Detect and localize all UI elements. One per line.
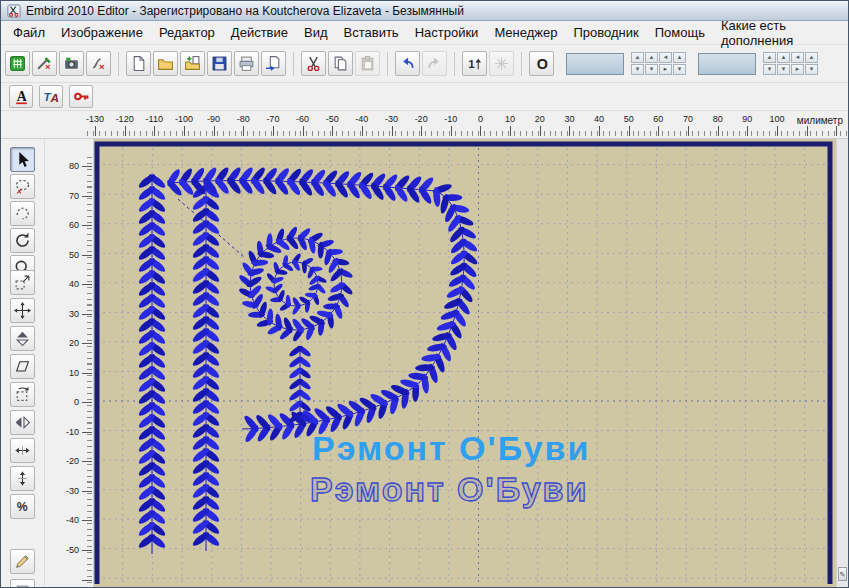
h-ruler-label: -90 xyxy=(201,114,227,124)
image-tools-button[interactable]: × xyxy=(32,51,57,76)
stitch-box-1-controls-spinner[interactable]: ▲ xyxy=(631,52,644,63)
skew-icon xyxy=(14,358,31,375)
tool-skew[interactable] xyxy=(10,354,35,379)
stitch-box-1-controls: ▲▲◄▲▼▼►▼ xyxy=(631,52,686,75)
tool-rotate-frame[interactable] xyxy=(10,382,35,407)
new-file-button[interactable] xyxy=(126,51,151,76)
open-file-button[interactable] xyxy=(153,51,178,76)
right-scroll-strip[interactable]: ✎ xyxy=(836,139,848,587)
lock-tool-button[interactable] xyxy=(69,85,93,108)
tool-lasso-cut[interactable] xyxy=(10,174,35,199)
stitch-box-2-controls-spinner[interactable]: ▲ xyxy=(763,52,776,63)
undo-icon xyxy=(399,55,416,72)
image-tools-icon: × xyxy=(36,55,53,72)
redo-button[interactable] xyxy=(422,51,447,76)
copy-icon xyxy=(332,55,349,72)
v-ruler-label: 50 xyxy=(49,250,79,260)
tool-move[interactable] xyxy=(10,298,35,323)
svg-text:A: A xyxy=(16,89,26,104)
tool-scale[interactable] xyxy=(10,270,35,295)
sparkle-icon xyxy=(493,55,510,72)
stitch-box-2[interactable] xyxy=(698,53,756,75)
tool-flip-horizontal[interactable] xyxy=(10,410,35,435)
monogram-tool-button[interactable]: TA xyxy=(39,85,63,108)
window-title: Embird 2010 Editor - Зарегистрировано на… xyxy=(26,4,464,18)
svg-text:×: × xyxy=(45,61,51,72)
scroll-corner-button[interactable]: ✎ xyxy=(838,567,847,581)
menu-item-3[interactable]: Редактор xyxy=(151,22,223,43)
tool-percent[interactable]: % xyxy=(10,494,35,519)
stitch-box-2-controls-spinner[interactable]: ▼ xyxy=(777,64,790,75)
tool-rotate[interactable] xyxy=(10,228,35,253)
menu-item-10[interactable]: Помощь xyxy=(647,22,713,43)
v-ruler-label: -10 xyxy=(49,427,79,437)
v-ruler-label: 60 xyxy=(49,220,79,230)
stitch-box-1[interactable] xyxy=(566,53,624,75)
h-ruler-label: -100 xyxy=(171,114,197,124)
export-button[interactable] xyxy=(261,51,286,76)
stitch-box-1-controls-spinner[interactable]: ▼ xyxy=(673,64,686,75)
cut-button[interactable] xyxy=(301,51,326,76)
mode-o-button[interactable]: O xyxy=(529,51,554,76)
tool-stretch-horizontal[interactable] xyxy=(10,438,35,463)
stitch-box-2-controls-spinner[interactable]: ◄ xyxy=(791,52,804,63)
stitch-box-1-controls-spinner[interactable]: ▲ xyxy=(673,52,686,63)
text-tool-button[interactable]: A xyxy=(9,85,33,108)
print-button[interactable] xyxy=(234,51,259,76)
tool-freehand-select[interactable] xyxy=(10,201,35,226)
sparkle-button[interactable] xyxy=(489,51,514,76)
menu-item-9[interactable]: Проводник xyxy=(565,22,646,43)
tool-partial-tool[interactable] xyxy=(10,579,35,588)
menu-item-4[interactable]: Действие xyxy=(223,22,296,43)
new-file-icon xyxy=(130,55,147,72)
h-ruler-label: 50 xyxy=(616,114,642,124)
tool-select[interactable] xyxy=(10,147,35,172)
toolbar-separator xyxy=(387,52,388,76)
stitch-box-1-controls-spinner[interactable]: ▼ xyxy=(631,64,644,75)
h-ruler-label: -110 xyxy=(141,114,167,124)
app-window: Embird 2010 Editor - Зарегистрировано на… xyxy=(0,0,849,588)
menu-item-1[interactable]: Файл xyxy=(5,22,53,43)
import-file-button[interactable] xyxy=(180,51,205,76)
stitch-box-2-controls-spinner[interactable]: ▼ xyxy=(805,64,818,75)
stitch-box-2-controls: ▲▲◄▲▼▼►▼ xyxy=(763,52,818,75)
v-ruler-label: 0 xyxy=(49,397,79,407)
stitch-box-2-controls-spinner[interactable]: ► xyxy=(791,64,804,75)
svg-text:%: % xyxy=(17,500,28,514)
scale-icon xyxy=(14,274,31,291)
menu-item-2[interactable]: Изображение xyxy=(53,22,151,43)
design-tools-button[interactable]: × xyxy=(86,51,111,76)
embroidery-text-outline[interactable]: Рэмонт О'Буви xyxy=(310,470,588,509)
save-file-icon xyxy=(211,55,228,72)
v-ruler-label: -40 xyxy=(49,515,79,525)
order-button[interactable]: 1 xyxy=(462,51,487,76)
stitch-box-1-controls-spinner[interactable]: ▼ xyxy=(645,64,658,75)
save-file-button[interactable] xyxy=(207,51,232,76)
lock-tool-icon xyxy=(73,88,90,105)
camera-capture-button[interactable] xyxy=(59,51,84,76)
stitch-box-1-controls-spinner[interactable]: ► xyxy=(659,64,672,75)
stitch-box-2-controls-spinner[interactable]: ▲ xyxy=(777,52,790,63)
menu-item-6[interactable]: Вставить xyxy=(336,22,407,43)
stitch-box-1-controls-spinner[interactable]: ◄ xyxy=(659,52,672,63)
copy-button[interactable] xyxy=(328,51,353,76)
tool-flip-vertical[interactable] xyxy=(10,326,35,351)
h-ruler-label: 10 xyxy=(497,114,523,124)
tool-stretch-vertical[interactable] xyxy=(10,466,35,491)
paste-button[interactable] xyxy=(355,51,380,76)
stretch-horizontal-icon xyxy=(14,442,31,459)
design-canvas[interactable]: Рэмонт О'Буви Рэмонт О'Буви xyxy=(94,139,836,587)
menu-item-8[interactable]: Менеджер xyxy=(486,22,565,43)
embroidery-text-filled[interactable]: Рэмонт О'Буви xyxy=(312,429,590,468)
app-icon xyxy=(7,4,21,18)
tool-pen[interactable] xyxy=(10,549,35,574)
h-ruler-label: 100 xyxy=(764,114,790,124)
menu-bar: ФайлИзображениеРедакторДействиеВидВстави… xyxy=(1,21,848,45)
undo-button[interactable] xyxy=(395,51,420,76)
stitch-box-1-controls-spinner[interactable]: ▲ xyxy=(645,52,658,63)
stitch-box-2-controls-spinner[interactable]: ▼ xyxy=(763,64,776,75)
hoop-settings-button[interactable] xyxy=(5,51,30,76)
stitch-box-2-controls-spinner[interactable]: ▲ xyxy=(805,52,818,63)
menu-item-7[interactable]: Настройки xyxy=(407,22,487,43)
menu-item-5[interactable]: Вид xyxy=(296,22,336,43)
